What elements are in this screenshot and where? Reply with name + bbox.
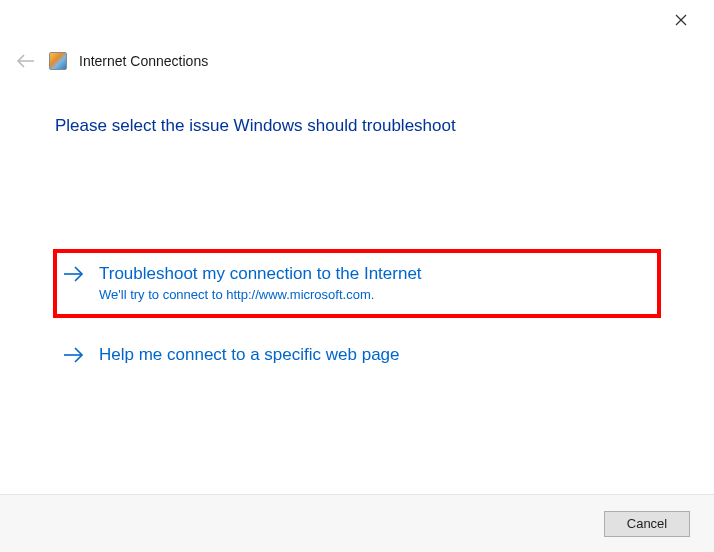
wizard-icon — [49, 52, 67, 70]
cancel-button[interactable]: Cancel — [604, 511, 690, 537]
wizard-title: Internet Connections — [79, 53, 208, 69]
content-area: Please select the issue Windows should t… — [0, 76, 714, 390]
option-specific-webpage[interactable]: Help me connect to a specific web page — [55, 332, 659, 380]
option-troubleshoot-internet[interactable]: Troubleshoot my connection to the Intern… — [55, 251, 659, 316]
option-subtitle: We'll try to connect to http://www.micro… — [99, 287, 422, 302]
close-icon — [675, 14, 687, 26]
wizard-header: Internet Connections — [0, 40, 714, 76]
option-title: Help me connect to a specific web page — [99, 344, 400, 366]
back-button — [15, 50, 37, 72]
option-title: Troubleshoot my connection to the Intern… — [99, 263, 422, 285]
page-heading: Please select the issue Windows should t… — [55, 116, 659, 136]
footer: Cancel — [0, 494, 714, 552]
arrow-right-icon — [63, 265, 85, 283]
back-arrow-icon — [16, 54, 36, 68]
close-button[interactable] — [666, 5, 696, 35]
titlebar — [0, 0, 714, 40]
option-texts: Troubleshoot my connection to the Intern… — [99, 263, 422, 302]
option-texts: Help me connect to a specific web page — [99, 344, 400, 366]
arrow-right-icon — [63, 346, 85, 364]
options-list: Troubleshoot my connection to the Intern… — [55, 251, 659, 380]
